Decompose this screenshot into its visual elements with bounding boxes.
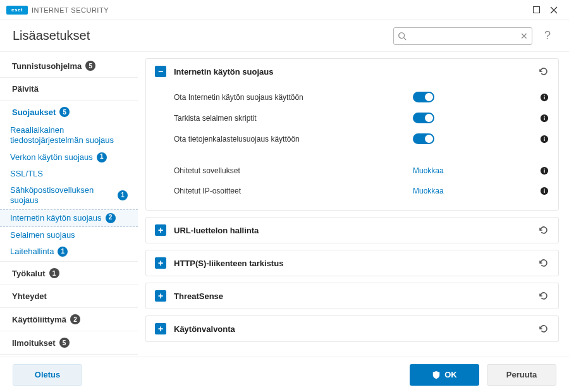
expand-icon[interactable]: + [155,257,166,269]
expand-icon[interactable]: + [155,323,166,334]
sidebar-item-label: Sähköpostisovelluksen suojaus [10,185,114,206]
svg-rect-16 [544,169,544,169]
ok-label: OK [444,370,457,379]
revert-button[interactable] [537,290,549,302]
collapse-icon[interactable]: − [155,66,166,77]
badge: 1 [118,190,128,200]
svg-rect-10 [544,116,544,116]
default-button[interactable]: Oletus [13,364,82,386]
expand-icon[interactable]: + [155,290,166,302]
svg-rect-19 [544,189,544,190]
panel-header[interactable]: + ThreatSense [146,283,558,309]
sidebar: Tunnistusohjelma 5 Päivitä Suojaukset 5 … [0,52,138,357]
badge: 5 [85,61,95,71]
setting-label: Ota Internetin käytön suojaus käyttöön [174,93,413,102]
clear-search-icon[interactable]: ✕ [520,31,528,41]
sidebar-item-email-protection[interactable]: Sähköpostisovelluksen suojaus 1 [0,182,138,209]
panel-title: Käytönvalvonta [174,324,529,334]
badge: 2 [70,314,80,324]
info-button[interactable] [539,113,549,123]
revert-button[interactable] [537,257,549,269]
sidebar-item-update[interactable]: Päivitä [0,79,138,99]
revert-button[interactable] [537,224,549,236]
square-icon [533,6,540,13]
info-icon [540,187,549,195]
cancel-button[interactable]: Peruuta [487,364,556,386]
close-button[interactable] [545,3,563,18]
panel-header[interactable]: + HTTP(S)-liikenteen tarkistus [146,250,558,276]
setting-enable-antiphishing: Ota tietojenkalastelusuojaus käyttöön [174,128,549,149]
svg-point-3 [399,32,405,38]
revert-button[interactable] [537,65,549,78]
setting-check-browser-scripts: Tarkista selaimen skriptit [174,107,549,128]
search-input[interactable] [407,32,520,40]
panel-url-list: + URL-luettelon hallinta [145,217,559,243]
edit-link[interactable]: Muokkaa [413,187,444,195]
info-button[interactable] [539,92,549,102]
info-button[interactable] [539,166,549,176]
sidebar-item-label: Selaimen suojaus [10,230,75,240]
sidebar-item-browser-protection[interactable]: Selaimen suojaus [0,227,138,243]
footer: Oletus OK Peruuta [0,357,569,392]
expand-icon[interactable]: + [155,224,166,236]
sidebar-item-label: Reaaliaikainen tiedostojärjestelmän suoj… [10,125,128,146]
sidebar-item-label: Käyttöliittymä [12,315,66,324]
panel-web-protection: − Internetin käytön suojaus Ota Internet… [145,58,559,211]
panel-header[interactable]: − Internetin käytön suojaus [146,59,558,84]
help-button[interactable]: ? [539,29,556,42]
info-button[interactable] [539,134,549,144]
sidebar-item-device-control[interactable]: Laitehallinta 1 [0,243,138,260]
edit-link[interactable]: Muokkaa [413,166,444,175]
undo-icon [538,66,548,77]
sidebar-item-label: Päivitä [12,84,39,94]
ok-button[interactable]: OK [410,364,479,386]
svg-rect-12 [544,138,544,140]
sidebar-item-label: Työkalut [12,269,46,278]
toggle[interactable] [413,133,434,144]
panel-usage-control: + Käytönvalvonta [145,315,559,342]
product-name: INTERNET SECURITY [32,6,109,14]
page-title: Lisäasetukset [13,28,90,43]
info-icon [540,93,549,102]
sidebar-item-label: Laitehallinta [10,247,54,257]
toggle[interactable] [413,92,434,102]
sidebar-item-label: Suojaukset [12,107,56,117]
svg-rect-9 [544,117,544,119]
undo-icon [538,258,548,268]
panel-header[interactable]: + URL-luettelon hallinta [146,217,558,243]
setting-label: Ota tietojenkalastelusuojaus käyttöön [174,135,413,144]
sidebar-item-detection-engine[interactable]: Tunnistusohjelma 5 [0,56,138,76]
sidebar-item-protections[interactable]: Suojaukset 5 [0,102,138,122]
info-button[interactable] [539,186,549,196]
sidebar-item-ssl-tls[interactable]: SSL/TLS [0,166,138,182]
badge: 5 [59,107,70,117]
svg-rect-15 [544,170,544,173]
sidebar-item-privacy-settings[interactable]: Tietosuoja-asetukset [0,356,138,357]
shield-icon [432,371,441,379]
panel-title: Internetin käytön suojaus [174,67,529,77]
setting-label: Ohitetut sovellukset [174,166,413,175]
sidebar-item-tools[interactable]: Työkalut 1 [0,263,138,283]
panel-https-scan: + HTTP(S)-liikenteen tarkistus [145,250,559,276]
sidebar-item-realtime-protection[interactable]: Reaaliaikainen tiedostojärjestelmän suoj… [0,122,138,149]
sidebar-item-label: Yhteydet [12,291,47,301]
header: Lisäasetukset ✕ ? [0,20,569,52]
svg-rect-0 [533,7,539,13]
undo-icon [538,324,548,334]
sidebar-item-connections[interactable]: Yhteydet [0,286,138,306]
setting-label: Ohitetut IP-osoitteet [174,187,413,195]
revert-button[interactable] [537,322,549,335]
sidebar-item-ui[interactable]: Käyttöliittymä 2 [0,309,138,329]
sidebar-item-network-protection[interactable]: Verkon käytön suojaus 1 [0,149,138,166]
panel-header[interactable]: + Käytönvalvonta [146,316,558,341]
sidebar-item-label: Internetin käytön suojaus [10,213,102,223]
toggle[interactable] [413,113,434,123]
badge: 2 [106,213,116,223]
search-box[interactable]: ✕ [393,27,532,45]
sidebar-item-label: Tunnistusohjelma [12,61,82,71]
sidebar-item-notifications[interactable]: Ilmoitukset 5 [0,333,138,353]
svg-rect-7 [544,95,544,95]
info-icon [540,135,549,144]
maximize-button[interactable] [527,3,545,18]
sidebar-item-web-protection[interactable]: Internetin käytön suojaus 2 [0,209,138,227]
